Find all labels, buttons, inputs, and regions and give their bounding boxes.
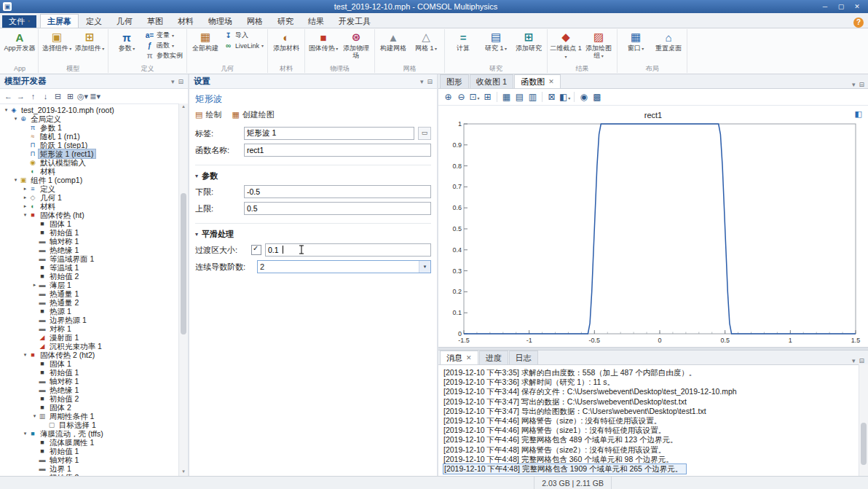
ribbon-tab-几何[interactable]: 几何 bbox=[109, 14, 140, 28]
tree-item[interactable]: ▾⊕全局定义 bbox=[1, 114, 188, 123]
ribbon-button-import[interactable]: ↧导入 bbox=[222, 31, 265, 40]
transparency-icon[interactable]: ◧▾ bbox=[559, 92, 570, 102]
move-down-icon[interactable]: ↓ bbox=[40, 92, 51, 101]
forward-icon[interactable]: → bbox=[15, 92, 26, 101]
tree-item[interactable]: ▸◐材料 bbox=[1, 202, 188, 211]
ribbon-button-study[interactable]: ▤研究 1 ▾ bbox=[480, 30, 512, 53]
tab-日志[interactable]: 日志 bbox=[509, 351, 538, 364]
tab-消息[interactable]: 消息✕ bbox=[440, 351, 478, 364]
model-tree-scrollbar[interactable]: ▴ ▾ bbox=[178, 103, 188, 476]
tree-item[interactable]: ▸◇几何 1 bbox=[1, 193, 188, 202]
tree-item[interactable]: ◐材料 bbox=[1, 167, 188, 176]
tree-item[interactable]: ■初始值 1 bbox=[1, 447, 188, 455]
plot-button[interactable]: ▤ 绘制 bbox=[195, 109, 221, 120]
ribbon-tab-研究[interactable]: 研究 bbox=[270, 14, 301, 28]
message-row[interactable]: [2019-12-10 下午4:48] 网格警告（size2）: 没有特征使用该… bbox=[443, 445, 863, 455]
message-row[interactable]: [2019-12-10 下午3:47] 写出的数据：C:\Users\webev… bbox=[443, 397, 863, 407]
tree-item[interactable]: ■初始值 2 bbox=[1, 272, 188, 281]
zoom-in-icon[interactable]: ⊕ bbox=[443, 92, 454, 102]
help-button[interactable]: ? bbox=[853, 17, 864, 28]
maximize-button[interactable]: ▢ bbox=[833, 3, 849, 10]
tree-item[interactable]: ⊓矩形波 1 (rect1) bbox=[1, 149, 188, 158]
label-input[interactable] bbox=[244, 127, 414, 140]
ribbon-button-mesh[interactable]: △网格 1 ▾ bbox=[410, 30, 442, 53]
lower-limit-input[interactable] bbox=[244, 185, 431, 198]
tree-item[interactable]: ▬对称 1 bbox=[1, 324, 188, 333]
back-icon[interactable]: ← bbox=[3, 92, 14, 101]
minimize-button[interactable]: ─ bbox=[817, 3, 833, 10]
ribbon-tab-结果[interactable]: 结果 bbox=[301, 14, 331, 28]
snapshot-icon[interactable]: ◉ bbox=[578, 92, 589, 102]
derivative-order-select[interactable]: 2 ▼ bbox=[257, 260, 431, 273]
tree-item[interactable]: ▾■薄膜流动，壳 (tffs) bbox=[1, 429, 188, 438]
zoom-out-icon[interactable]: ⊖ bbox=[456, 92, 467, 102]
tree-item[interactable]: ▬轴对称 1 bbox=[1, 377, 188, 386]
ribbon-tab-材料[interactable]: 材料 bbox=[170, 14, 201, 28]
scrollbar-thumb[interactable] bbox=[861, 423, 867, 465]
panel-detach-icon[interactable]: ⊟ bbox=[178, 78, 184, 85]
panel-menu-icon[interactable]: ▾ bbox=[171, 78, 175, 85]
ribbon-tab-定义[interactable]: 定义 bbox=[79, 14, 109, 28]
parameters-section-header[interactable]: ▾ 参数 bbox=[195, 165, 431, 181]
ribbon-tab-主屏幕[interactable]: 主屏幕 bbox=[40, 14, 79, 28]
message-row[interactable]: [2019-12-10 下午3:47] 导出的绘图数据：C:\Users\web… bbox=[443, 407, 863, 416]
tree-item[interactable]: ■固体 2 bbox=[1, 403, 188, 412]
scroll-down-icon[interactable]: ▾ bbox=[179, 469, 188, 476]
ribbon-button-component[interactable]: ▣选择组件 ▾ bbox=[41, 30, 73, 53]
message-row[interactable]: [2019-12-10 下午4:48] 完整网格包含 360 个域单元和 98 … bbox=[443, 455, 863, 464]
panel-menu-icon[interactable]: ▾ bbox=[852, 357, 856, 364]
message-row[interactable]: [2019-12-10 下午3:35] 求解的自由度数：558（加上 487 个… bbox=[443, 368, 863, 377]
function-name-input[interactable] bbox=[244, 144, 431, 157]
messages-scrollbar[interactable] bbox=[859, 364, 868, 476]
tree-item[interactable]: ▸▬薄层 1 bbox=[1, 281, 188, 289]
tree-item[interactable]: ■初始值 2 bbox=[1, 394, 188, 403]
ribbon-button-parameter-case[interactable]: π参数实例 bbox=[143, 51, 184, 60]
tree-item[interactable]: ▸≡定义 bbox=[1, 184, 188, 193]
tree-item[interactable]: ▢目标选择 1 bbox=[1, 420, 188, 429]
message-row[interactable]: [2019-12-10 下午4:46] 网格警告（size1）: 没有特征使用该… bbox=[443, 426, 863, 435]
ribbon-button-windows[interactable]: ▦窗口 ▾ bbox=[620, 30, 652, 53]
close-button[interactable]: ✕ bbox=[849, 3, 865, 10]
ribbon-button-parameters[interactable]: π参数 ▾ bbox=[111, 30, 143, 53]
scrollbar-thumb[interactable] bbox=[181, 193, 186, 335]
plot-window-icon[interactable]: ◧ bbox=[855, 109, 862, 119]
rename-icon[interactable]: ▭ bbox=[418, 127, 431, 140]
message-row[interactable]: [2019-12-10 下午3:36] 求解时间（研究 1）: 11 s。 bbox=[443, 377, 863, 387]
tab-进度[interactable]: 进度 bbox=[479, 351, 508, 364]
ribbon-tab-开发工具[interactable]: 开发工具 bbox=[331, 14, 378, 28]
ribbon-button-cut-point[interactable]: ◆二维截点 1 ▾ bbox=[550, 30, 582, 61]
plot-canvas[interactable]: rect1 -1.5-1-0.500.511.500.10.20.30.40.5… bbox=[438, 106, 868, 347]
tree-item[interactable]: ▾■固体传热 (ht) bbox=[1, 211, 188, 219]
tab-收敛图 1[interactable]: 收敛图 1 bbox=[470, 74, 513, 88]
ribbon-button-reset-desktop[interactable]: ⌂重置桌面 bbox=[652, 30, 684, 52]
ribbon-button-functions[interactable]: ƒ函数▾ bbox=[143, 41, 184, 50]
plot-settings-icon[interactable]: ▥ bbox=[527, 92, 538, 102]
tree-item[interactable]: ■热源 1 bbox=[1, 307, 188, 316]
ribbon-button-build-mesh[interactable]: ▲构建网格 bbox=[377, 30, 409, 52]
tree-expander-icon[interactable]: ▾ bbox=[12, 177, 19, 183]
transition-zone-checkbox[interactable] bbox=[251, 245, 261, 255]
tree-expander-icon[interactable]: ▸ bbox=[31, 282, 38, 288]
smoothing-section-header[interactable]: ▾ 平滑处理 bbox=[195, 223, 431, 240]
ribbon-button-add-study[interactable]: ⊞添加研究 bbox=[513, 30, 545, 52]
tree-item[interactable]: ▬边界 1 bbox=[1, 464, 188, 473]
ribbon-tab-草图[interactable]: 草图 bbox=[140, 14, 170, 28]
tree-item[interactable]: ■固体 1 bbox=[1, 219, 188, 228]
move-up-icon[interactable]: ↑ bbox=[28, 92, 39, 101]
tree-item[interactable]: ■初始值 1 bbox=[1, 228, 188, 237]
axes-icon[interactable]: ▤ bbox=[514, 92, 525, 102]
grid-icon[interactable]: ▦ bbox=[501, 92, 512, 102]
tree-item[interactable]: ▬边界热源 1 bbox=[1, 316, 188, 324]
model-settings-icon[interactable]: ≣▾ bbox=[90, 92, 100, 101]
ribbon-tab-网格[interactable]: 网格 bbox=[240, 14, 270, 28]
ribbon-button-add-material[interactable]: ◐添加材料 bbox=[270, 30, 302, 52]
panel-menu-icon[interactable]: ▾ bbox=[852, 81, 856, 88]
print-icon[interactable]: ▩ bbox=[591, 92, 602, 102]
tree-item[interactable]: ▾▣组件 1 (comp1) bbox=[1, 176, 188, 184]
tree-item[interactable]: ⊓阶跃 1 (step1) bbox=[1, 141, 188, 149]
tree-item[interactable]: ■初始值 2 bbox=[1, 473, 188, 476]
upper-limit-input[interactable] bbox=[244, 202, 431, 215]
ribbon-button-compute[interactable]: =计算 bbox=[447, 30, 479, 52]
tree-item[interactable]: ▬等温域界面 1 bbox=[1, 254, 188, 263]
tree-item[interactable]: ≈随机 1 (rn1) bbox=[1, 132, 188, 141]
